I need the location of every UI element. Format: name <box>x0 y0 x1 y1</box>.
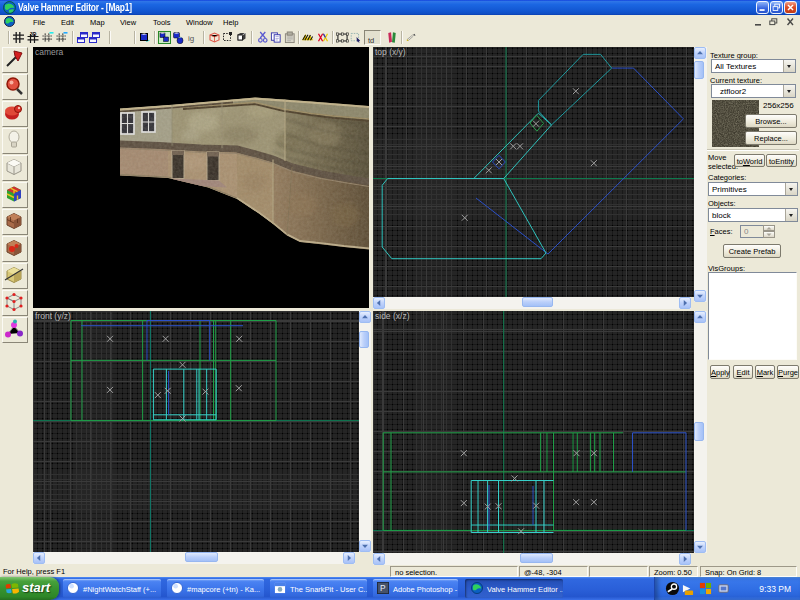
svg-text:3D: 3D <box>30 31 37 37</box>
svg-text:td: td <box>368 36 374 45</box>
svg-text:ig: ig <box>188 34 194 43</box>
svg-text:P: P <box>380 583 386 593</box>
